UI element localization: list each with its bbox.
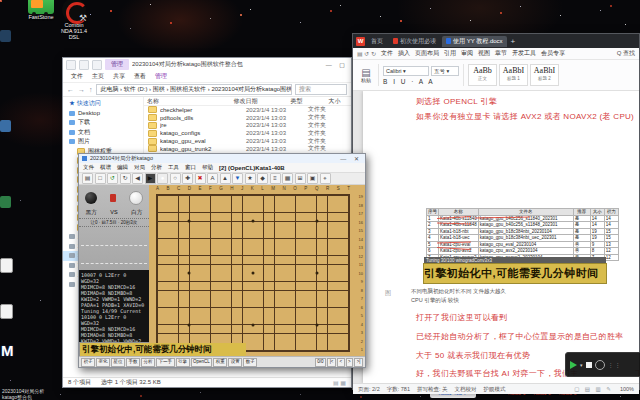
menu-item[interactable]: 会员专享: [541, 49, 565, 58]
toolbar-icon[interactable]: ●: [157, 173, 168, 184]
menu-item[interactable]: 页面布局: [415, 49, 439, 58]
go-window-controls[interactable]: — ✕: [340, 155, 362, 162]
desktop-edge-icon[interactable]: [0, 304, 13, 319]
document-page[interactable]: 则选择 OPENCL 引擎 如果你没有独立显卡 请选择 AVX2 或者 NOAV…: [363, 91, 639, 383]
toolbar-icon[interactable]: ✚: [182, 173, 193, 184]
menu-item[interactable]: 编辑: [117, 164, 128, 171]
tab-home[interactable]: 首页: [367, 36, 387, 47]
menu-item[interactable]: 棋谱: [100, 164, 111, 171]
ribbon-tab[interactable]: 文件: [71, 72, 83, 81]
menu-file[interactable]: 文件: [381, 49, 393, 58]
column-type[interactable]: 类型: [288, 97, 326, 105]
tab-doc1[interactable]: 初次使用必读: [389, 36, 440, 47]
find-button[interactable]: Q 查找: [617, 49, 635, 58]
stop-icon[interactable]: [586, 362, 592, 368]
toolbar-icon[interactable]: □: [95, 173, 106, 184]
desktop-edge-icon[interactable]: [0, 258, 13, 273]
menu-item[interactable]: 引用: [444, 49, 456, 58]
toolbar-icon[interactable]: ◆: [257, 173, 268, 184]
toolbar-icon[interactable]: ★: [245, 173, 256, 184]
white-player-label[interactable]: 白方: [131, 209, 142, 216]
search-input[interactable]: 搜索: [295, 84, 347, 95]
toolbar-icon[interactable]: ↻: [120, 173, 131, 184]
column-date[interactable]: 修改日期: [231, 97, 288, 105]
menu-item[interactable]: 视图: [478, 49, 490, 58]
menu-item[interactable]: 帮助: [202, 164, 213, 171]
bold-italic-underline-buttons[interactable]: B I U · A A: [383, 78, 459, 85]
view-toggle-icons[interactable]: ▤ ▦: [333, 379, 346, 386]
sidebar-item[interactable]: 下载: [63, 118, 143, 128]
ribbon-tab[interactable]: 管理: [155, 72, 167, 81]
style-preset[interactable]: AaBb 正文: [468, 64, 497, 86]
black-player-label[interactable]: 黑方: [86, 209, 97, 216]
sidebar-item[interactable]: 文档: [63, 128, 143, 138]
record-icon[interactable]: [595, 360, 605, 370]
desktop-m-icon[interactable]: M: [1, 342, 14, 359]
nav-button[interactable]: >: [346, 358, 354, 367]
menu-item[interactable]: 章节: [495, 49, 507, 58]
go-titlebar[interactable]: 20230104对局分析katago — ✕: [79, 154, 365, 163]
ribbon-tab[interactable]: 共享: [113, 72, 125, 81]
sidebar-item[interactable]: Desktop: [63, 109, 143, 119]
nav-arrows-icon[interactable]: ← → ↑: [67, 86, 93, 93]
sidebar-quick-access[interactable]: ★ 快速访问: [63, 99, 143, 109]
new-tab-button[interactable]: +: [511, 37, 516, 46]
menu-item[interactable]: 审阅: [461, 49, 473, 58]
chevron-down-icon[interactable]: ▾: [580, 362, 583, 368]
wps-logo-icon[interactable]: W: [356, 37, 365, 46]
breadcrumb[interactable]: 此电脑 › 软件 (D:) › 围棋 › 围棋相关软件 › 20230104对局…: [96, 84, 292, 95]
toolbar-icon[interactable]: ▶: [145, 173, 156, 184]
view-mode-icons[interactable]: ▢ ▤ ▥ ✎: [574, 386, 613, 392]
bottom-toggle[interactable]: 分析: [141, 358, 155, 367]
bottom-toggle[interactable]: 下一手: [156, 358, 175, 367]
bottom-toggle[interactable]: 星位: [111, 358, 125, 367]
desktop-edge-icon[interactable]: [0, 120, 11, 132]
style-preset[interactable]: AaBbI 标题 1: [499, 64, 528, 86]
engine-console[interactable]: 10007 0 L2Err 0 WGD=32MDIMCD=8 NDIMCD=16…: [79, 270, 149, 342]
bottom-toggle[interactable]: 数子: [243, 358, 257, 367]
go-board[interactable]: ABCDEFGHJKLMNOPQRST 19181716151413121110…: [149, 185, 365, 361]
menu-item[interactable]: 对局: [134, 164, 145, 171]
nav-button[interactable]: |<: [327, 358, 336, 367]
status-eye-mode[interactable]: 护眼模式: [484, 386, 506, 393]
status-spellcheck[interactable]: 拼写检查: 关: [417, 386, 448, 393]
column-size[interactable]: 大小: [325, 97, 351, 105]
explorer-titlebar[interactable]: 管理 20230104对局分析katago围棋软件整合包 — ▢: [63, 58, 351, 71]
quick-access-icons[interactable]: ▤ ↺ ↻: [357, 50, 376, 57]
toolbar-icon[interactable]: ▼: [232, 173, 243, 184]
document-area[interactable]: 则选择 OPENCL 引擎 如果你没有独立显卡 请选择 AVX2 或者 NOAV…: [353, 91, 639, 383]
toolbar-icon[interactable]: ⌖: [320, 173, 331, 184]
font-name-select[interactable]: Calibri ▾: [383, 66, 429, 76]
toolbar-icon[interactable]: ▦: [282, 173, 293, 184]
toolbar-icon[interactable]: ✖: [195, 173, 206, 184]
bottom-toggle[interactable]: 手数: [126, 358, 140, 367]
play-icon[interactable]: [570, 361, 577, 369]
column-name[interactable]: 名称: [144, 97, 231, 105]
zoom-level[interactable]: 100%: [620, 386, 634, 392]
sidebar-item[interactable]: 图片: [63, 137, 143, 147]
paste-button[interactable]: ▤ 粘贴: [358, 68, 374, 83]
menu-item[interactable]: 工具: [168, 164, 179, 171]
ribbon-tab[interactable]: 查看: [134, 72, 146, 81]
manage-context-tab[interactable]: 管理: [105, 59, 129, 70]
toolbar-icon[interactable]: ▤: [82, 173, 93, 184]
qat-folder-icon[interactable]: [66, 60, 76, 70]
ribbon-tab[interactable]: 主页: [92, 72, 104, 81]
menu-item[interactable]: 窗口: [185, 164, 196, 171]
style-preset[interactable]: AaBhI 标题 2: [530, 64, 559, 86]
toolbar-icon[interactable]: ○: [170, 173, 181, 184]
desktop-icon-combin[interactable]: Combin NDA 911.4 DSL: [56, 0, 92, 40]
toolbar-icon[interactable]: ≡: [270, 173, 281, 184]
nav-button[interactable]: <: [337, 358, 345, 367]
bottom-toggle[interactable]: 棋子: [81, 358, 95, 367]
explorer-window-controls[interactable]: — ▢: [326, 61, 348, 68]
bottom-toggle[interactable]: 引擎: [176, 358, 190, 367]
bottom-toggle[interactable]: OpenCL: [191, 358, 213, 367]
toolbar-icon[interactable]: ⊞: [295, 173, 306, 184]
toolbar-icon[interactable]: ▣: [307, 173, 318, 184]
desktop-edge-icon[interactable]: [0, 196, 11, 208]
grip-dots-icon[interactable]: ⋮⋮: [608, 361, 622, 368]
menu-item[interactable]: 文件: [83, 164, 94, 171]
bottom-toggle[interactable]: 设置: [228, 358, 242, 367]
tab-doc2-active[interactable]: 使用 YY 教程.docx: [442, 36, 507, 47]
